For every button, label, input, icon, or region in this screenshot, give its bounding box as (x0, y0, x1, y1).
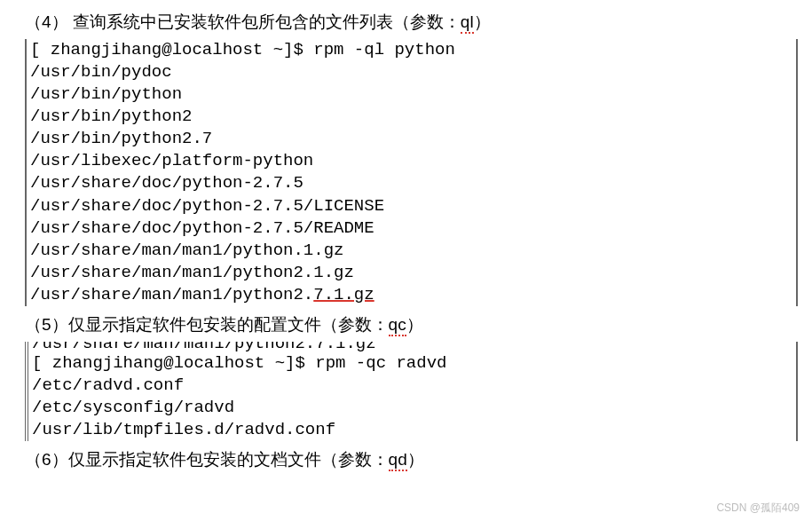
s5-prefix: （5） (25, 315, 68, 334)
s4-prefix: （4） (25, 12, 73, 31)
s5-suffix: ） (406, 315, 423, 334)
term-cut-line: /usr/share/man/man1/python2.7.1.gz (28, 342, 796, 352)
terminal-block-2: /usr/share/man/man1/python2.7.1.gz [ zha… (25, 342, 798, 441)
s5-param: qc (389, 315, 406, 335)
section-6-heading: （6）仅显示指定软件包安装的文档文件（参数：qd） (25, 448, 805, 471)
term-line: /usr/lib/tmpfiles.d/radvd.conf (28, 419, 796, 441)
s4-suffix: ） (474, 12, 491, 31)
s5-text: 仅显示指定软件包安装的配置文件（参数： (68, 315, 389, 334)
section-4-heading: （4） 查询系统中已安装软件包所包含的文件列表（参数：ql） (25, 11, 805, 34)
term-line: /usr/libexec/platform-python (27, 150, 796, 172)
term-line: /usr/share/man/man1/python2.1.gz (27, 262, 796, 284)
s6-suffix: ） (407, 450, 424, 469)
term-last-b: 7.1.gz (313, 285, 374, 304)
term-last-a: /usr/share/man/man1/python2. (30, 285, 313, 304)
terminal-block-1: [ zhangjihang@localhost ~]$ rpm -ql pyth… (25, 39, 798, 306)
s6-prefix: （6） (25, 450, 68, 469)
term-line: /etc/sysconfig/radvd (28, 397, 796, 419)
s4-param: ql (461, 12, 474, 32)
term-line: /usr/bin/pydoc (27, 61, 796, 83)
section-5-heading: （5）仅显示指定软件包安装的配置文件（参数：qc） (25, 313, 805, 336)
term-line: /usr/bin/python2.7 (27, 128, 796, 150)
term-line: /usr/share/doc/python-2.7.5/LICENSE (27, 195, 796, 217)
term-line: [ zhangjihang@localhost ~]$ rpm -ql pyth… (27, 39, 796, 61)
term-line: /etc/radvd.conf (28, 375, 796, 397)
s6-text: 仅显示指定软件包安装的文档文件（参数： (68, 450, 389, 469)
term-line: /usr/share/doc/python-2.7.5/README (27, 217, 796, 240)
term-line: /usr/bin/python (27, 83, 796, 106)
s4-text: 查询系统中已安装软件包所包含的文件列表（参数： (73, 12, 461, 31)
term-line: /usr/share/man/man1/python.1.gz (27, 240, 796, 262)
term-line: [ zhangjihang@localhost ~]$ rpm -qc radv… (28, 352, 796, 375)
term-line: /usr/bin/python2 (27, 106, 796, 128)
s6-param: qd (389, 450, 407, 470)
term-line: /usr/share/man/man1/python2.7.1.gz (27, 284, 796, 306)
term-line: /usr/share/doc/python-2.7.5 (27, 172, 796, 194)
